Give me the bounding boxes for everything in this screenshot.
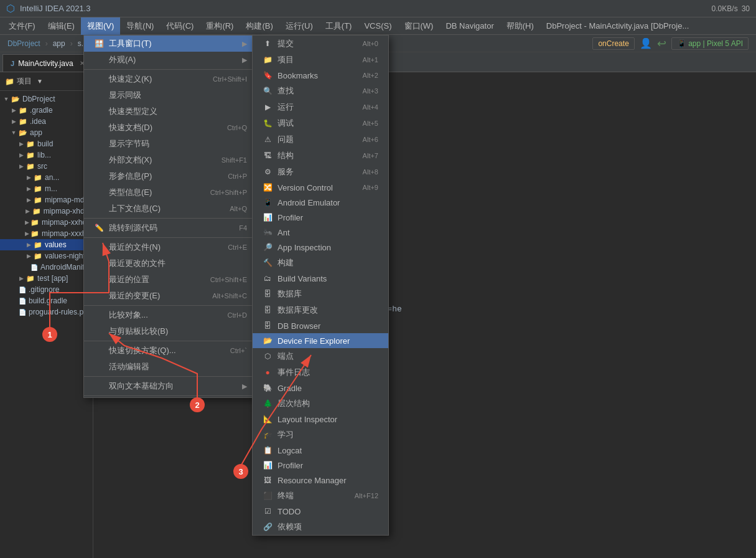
arrow-icon[interactable]: ↩ bbox=[657, 37, 666, 50]
dropdown-icon[interactable]: ▼ bbox=[37, 78, 43, 85]
tree-item-gradle[interactable]: ▶ 📁 .gradle bbox=[0, 105, 93, 116]
menu-bar-item-7[interactable]: 运行(U) bbox=[279, 17, 319, 35]
folder-app-icon: 📂 bbox=[19, 129, 27, 137]
expand-dbproject-icon: ▼ bbox=[2, 95, 10, 103]
tree-item-idea[interactable]: ▶ 📁 .idea bbox=[0, 116, 93, 127]
expand-values-icon: ▶ bbox=[25, 241, 32, 248]
tree-label-build-gradle: build.gradle bbox=[29, 296, 67, 305]
folder-idea-icon: 📁 bbox=[19, 118, 27, 126]
tree-item-build-gradle[interactable]: ▶ 📄 build.gradle bbox=[0, 295, 93, 306]
expand-proguard-icon: ▶ bbox=[10, 308, 17, 316]
network-speed: 0.0KB/s bbox=[712, 4, 738, 13]
profile-icon[interactable]: 👤 bbox=[640, 37, 652, 49]
tree-item-mipmap-xhdpi[interactable]: ▶ 📁 mipmap-xhdpi bbox=[0, 206, 93, 217]
menu-bar-item-11[interactable]: DB Navigator bbox=[439, 17, 500, 35]
code-line-7: class MainActivity extends AppCompatActi… bbox=[101, 164, 749, 177]
tab-pwd-tb[interactable]: ⊞ pwd_tb ✕ bbox=[161, 54, 222, 72]
sidebar: 📁 项目 ▼ ▼ 📂 DbProject ▶ 📁 .gradle ▶ 📁 .id… bbox=[0, 72, 93, 558]
tree-label-xxhdpi: mipmap-xxhdpi bbox=[42, 218, 92, 227]
folder-values-icon: 📁 bbox=[34, 241, 42, 249]
app-logo-icon: ⬡ bbox=[6, 2, 15, 14]
tree-label-build: build bbox=[37, 140, 53, 148]
tree-item-proguard[interactable]: ▶ 📄 proguard-rules.pro bbox=[0, 306, 93, 318]
folder-xxhdpi-icon: 📁 bbox=[30, 219, 39, 227]
code-line-17: public void onClick(View V) { SQLiteData… bbox=[101, 303, 749, 316]
tree-item-lib[interactable]: ▶ 📁 lib... bbox=[0, 149, 93, 161]
tab-label-console: console bbox=[114, 59, 140, 68]
folder-test-icon: 📁 bbox=[26, 275, 35, 283]
tree-label-values: values bbox=[45, 240, 67, 249]
folder-lib-icon: 📁 bbox=[26, 151, 35, 159]
tree-label-values-night: values-night bbox=[45, 252, 85, 260]
breadcrumb-dbproject: DbProject bbox=[7, 39, 40, 48]
tree-label-xxxhdpi: mipmap-xxxhdpi bbox=[42, 229, 93, 238]
tree-item-an[interactable]: ▶ 📁 an... bbox=[0, 172, 93, 183]
code-line-12: etContentView(R.layout.activity_main); bbox=[101, 234, 749, 247]
tab-close-console[interactable]: ✕ bbox=[146, 60, 151, 67]
oncreate-bar: DbProject › app › s... onCreate 👤 ↩ 📱 ap… bbox=[0, 35, 756, 52]
folder-build-icon: 📁 bbox=[26, 140, 35, 148]
tab-console[interactable]: ⬛ console ✕ bbox=[94, 54, 159, 72]
code-line-11: uper.onCreate(savedInstanceState); bbox=[101, 220, 749, 234]
tree-item-m[interactable]: ▶ 📁 m... bbox=[0, 183, 93, 194]
tree-item-mipmap-xxxhdpi[interactable]: ▶ 📁 mipmap-xxxhdpi bbox=[0, 228, 93, 239]
tree-label-dbproject: DbProject bbox=[22, 95, 55, 103]
oncreate-label: onCreate bbox=[592, 37, 634, 50]
tab-close-pwd[interactable]: ✕ bbox=[208, 60, 213, 67]
main-layout: 📁 项目 ▼ ▼ 📂 DbProject ▶ 📁 .gradle ▶ 📁 .id… bbox=[0, 72, 756, 558]
folder-xhdpi-icon: 📁 bbox=[32, 207, 41, 215]
tab-user-tb[interactable]: ⊞ user_tb ✕ bbox=[223, 54, 284, 72]
tree-item-test[interactable]: ▶ 📁 test [app] bbox=[0, 273, 93, 284]
menu-bar-item-10[interactable]: 窗口(W) bbox=[398, 17, 440, 35]
tree-label-gradle: .gradle bbox=[30, 106, 53, 115]
tab-mainactivity[interactable]: J MainActivity.java ✕ bbox=[2, 54, 93, 72]
tree-item-src[interactable]: ▶ 📁 src bbox=[0, 161, 93, 172]
menu-bar-item-1[interactable]: 编辑(E) bbox=[42, 17, 81, 35]
proguard-file-icon: 📄 bbox=[19, 309, 26, 316]
menu-bar-item-3[interactable]: 导航(N) bbox=[120, 17, 160, 35]
menu-bar-item-13[interactable]: DbProject - MainActivity.java [DbProje..… bbox=[540, 17, 696, 35]
tree-label-m: m... bbox=[45, 184, 57, 193]
expand-values-night-icon: ▶ bbox=[25, 252, 32, 260]
expand-manifest-icon: ▶ bbox=[25, 263, 29, 271]
menu-bar-item-12[interactable]: 帮助(H) bbox=[500, 17, 540, 35]
tree-item-mipmap-mdpi[interactable]: ▶ 📁 mipmap-mdpi bbox=[0, 194, 93, 206]
code-line-14: Button btn=findViewById(R.id.create); bbox=[101, 265, 749, 278]
tree-item-values-night[interactable]: ▶ 📁 values-night bbox=[0, 250, 93, 262]
expand-idea-icon: ▶ bbox=[10, 118, 17, 125]
menu-bar-item-6[interactable]: 构建(B) bbox=[240, 17, 279, 35]
menu-bar-item-8[interactable]: 工具(T) bbox=[319, 17, 358, 35]
tree-item-app[interactable]: ▼ 📂 app bbox=[0, 127, 93, 138]
tree-item-androidmanifest[interactable]: ▶ 📄 AndroidManifest.xml bbox=[0, 262, 93, 273]
tree-item-build[interactable]: ▶ 📁 build bbox=[0, 138, 93, 149]
title-bar: ⬡ IntelliJ IDEA 2021.3 0.0KB/s 30 bbox=[0, 0, 756, 17]
build-gradle-file-icon: 📄 bbox=[19, 298, 26, 305]
tree-item-values[interactable]: ▶ 📁 values bbox=[0, 239, 93, 250]
folder-xxxhdpi-icon: 📁 bbox=[30, 230, 39, 238]
code-line-13: helper=new DbContect( context: MainActiv… bbox=[101, 252, 749, 265]
code-line-6: droid.os.Bundle; bbox=[101, 146, 749, 159]
menu-bar-item-5[interactable]: 重构(R) bbox=[200, 17, 240, 35]
expand-xhdpi-icon: ▶ bbox=[25, 207, 31, 215]
menu-bar-item-0[interactable]: 文件(F) bbox=[2, 17, 42, 35]
menu-bar: 文件(F)编辑(E)视图(V)导航(N)代码(C)重构(R)构建(B)运行(U)… bbox=[0, 17, 756, 35]
tree-item-dbproject[interactable]: ▼ 📂 DbProject bbox=[0, 93, 93, 105]
breadcrumb-s: s... bbox=[78, 39, 88, 48]
code-line-1: om.example.dbproject; bbox=[101, 77, 749, 89]
tree-item-mipmap-xxhdpi[interactable]: ▶ 📁 mipmap-xxhdpi bbox=[0, 217, 93, 228]
code-line-2: droid.database.sqlite.SQLiteDatabase; bbox=[101, 94, 749, 107]
menu-bar-item-2[interactable]: 视图(V) bbox=[81, 17, 120, 35]
expand-app-icon: ▼ bbox=[10, 129, 17, 136]
code-line-16: @Override bbox=[101, 290, 749, 303]
code-line-5: droidx.appcompat.app.AppCompatActivity; bbox=[101, 133, 749, 146]
menu-bar-item-4[interactable]: 代码(C) bbox=[160, 17, 200, 35]
tab-close-mainactivity[interactable]: ✕ bbox=[80, 60, 85, 67]
table-icon: ⊞ bbox=[169, 59, 174, 67]
tree-item-gitignore[interactable]: ▶ 📄 .gitignore bbox=[0, 284, 93, 295]
tab-close-user[interactable]: ✕ bbox=[271, 60, 276, 67]
tabs-area: J MainActivity.java ✕ ⬛ console ✕ ⊞ pwd_… bbox=[0, 52, 756, 72]
menu-bar-item-9[interactable]: VCS(S) bbox=[358, 17, 398, 35]
file-tree: ▼ 📂 DbProject ▶ 📁 .gradle ▶ 📁 .idea ▼ 📂 … bbox=[0, 91, 93, 320]
expand-m-icon: ▶ bbox=[25, 185, 32, 192]
folder-m-icon: 📁 bbox=[34, 185, 42, 193]
